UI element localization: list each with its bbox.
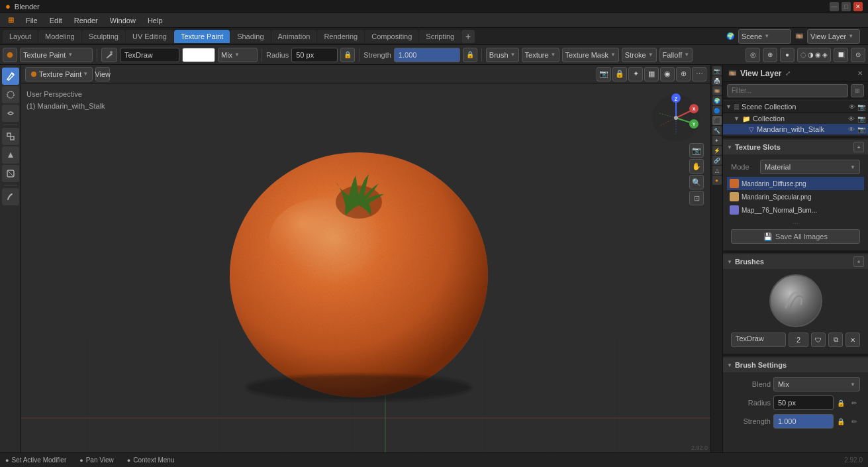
proportional-editing[interactable]: ⊙ [851, 48, 865, 62]
outliner-search-input[interactable] [727, 84, 848, 97]
tab-animation[interactable]: Animation [271, 30, 317, 43]
mandarin-object[interactable] [213, 136, 491, 401]
menu-edit[interactable]: Edit [44, 15, 68, 26]
mandarin-render[interactable]: 📷 [857, 126, 865, 133]
viewport-shading-buttons[interactable]: ◌◑◉◈ [797, 48, 831, 62]
tab-layout[interactable]: Layout [3, 30, 38, 43]
props-constraints-icon[interactable]: 🔗 [712, 156, 722, 165]
view-layer-expand-btn[interactable]: ⤢ [785, 70, 791, 77]
strength-lock-icon[interactable]: 🔒 [463, 48, 477, 62]
paint-mode-dropdown[interactable]: Texture Paint ▼ [20, 48, 93, 62]
zoom-button[interactable]: 🔍 [689, 175, 704, 189]
brush-duplicate-btn[interactable]: ⧉ [828, 333, 843, 347]
tool-soften[interactable] [2, 86, 19, 103]
strength-pen-icon[interactable]: ✏ [848, 415, 860, 427]
menu-blender[interactable]: ⊞ [3, 15, 19, 26]
gizmo-toggle[interactable]: ◎ [746, 48, 760, 62]
texture-slots-header[interactable]: ▼ Texture Slots + [723, 140, 868, 154]
stroke-dropdown[interactable]: Stroke ▼ [622, 48, 657, 62]
radius-lock-icon[interactable]: 🔒 [340, 48, 355, 62]
viewport-canvas[interactable]: User Perspective (1) Mandarin_with_Stalk… [21, 83, 710, 452]
props-particles-icon[interactable]: ✦ [712, 136, 722, 145]
menu-window[interactable]: Window [105, 15, 141, 26]
blend-dropdown[interactable]: Mix ▼ [218, 48, 258, 62]
tab-texture-paint[interactable]: Texture Paint [174, 30, 230, 43]
tab-modeling[interactable]: Modeling [38, 30, 81, 43]
props-data-icon[interactable]: △ [712, 166, 722, 175]
props-object-icon[interactable]: ⬛ [712, 116, 722, 125]
strength-input[interactable] [394, 48, 460, 62]
props-material-icon[interactable]: ● [712, 176, 722, 185]
radius-pen-icon[interactable]: ✏ [848, 397, 860, 409]
props-scene-icon[interactable]: 🌍 [712, 96, 722, 105]
tab-compositing[interactable]: Compositing [365, 30, 418, 43]
scene-collection-render[interactable]: 📷 [857, 103, 865, 111]
strength-value-display[interactable]: 1.000 [773, 414, 834, 429]
mode-dropdown[interactable]: Material ▼ [760, 160, 860, 174]
mandarin-object-item[interactable]: ▶ ▽ Mandarin_with_Stalk 👁 📷 [723, 124, 868, 134]
brush-settings-header[interactable]: ▼ Brush Settings [723, 358, 868, 372]
radius-value-display[interactable]: 50 px [773, 395, 834, 410]
tab-rendering[interactable]: Rendering [317, 30, 364, 43]
radius-lock-icon[interactable]: 🔒 [835, 397, 847, 409]
tool-mask[interactable] [2, 165, 19, 182]
props-view-layer-icon[interactable]: 🎞️ [712, 86, 722, 95]
brushes-add-btn[interactable]: + [853, 256, 864, 267]
texture-dropdown[interactable]: Texture ▼ [522, 48, 559, 62]
scene-collection-visibility[interactable]: 👁 [849, 103, 855, 111]
viewport-onion-icon[interactable]: ⊕ [676, 67, 691, 81]
tool-smear[interactable] [2, 105, 19, 122]
viewport-render-icon[interactable]: ✦ [628, 67, 643, 81]
props-modifier-icon[interactable]: 🔧 [712, 126, 722, 135]
pan-button[interactable]: ✋ [689, 159, 704, 174]
scene-dropdown[interactable]: Scene ▼ [738, 29, 791, 44]
viewport-overlay-icon[interactable]: ◉ [660, 67, 675, 81]
snapping-toggle[interactable]: 🔲 [834, 48, 848, 62]
strength-lock-icon[interactable]: 🔒 [835, 415, 847, 427]
brushes-header[interactable]: ▼ Brushes + [723, 254, 868, 269]
save-all-images-btn[interactable]: 💾 Save All Images [731, 229, 860, 244]
zoom-camera-button[interactable]: 📷 [689, 143, 704, 158]
collection-visibility[interactable]: 👁 [848, 115, 855, 123]
local-view-button[interactable]: ⊡ [689, 191, 704, 205]
nav-gizmo[interactable]: Z Y X [650, 91, 702, 144]
texture-slots-add-btn[interactable]: + [853, 142, 864, 152]
blend-setting-dropdown[interactable]: Mix ▼ [773, 377, 860, 391]
collection-item[interactable]: ▼ 📁 Collection 👁 📷 [723, 113, 868, 124]
color-swatch[interactable] [182, 48, 215, 62]
props-render-icon[interactable]: 📷 [712, 66, 722, 76]
view-layer-close-btn[interactable]: ✕ [857, 70, 863, 77]
tab-sculpting[interactable]: Sculpting [82, 30, 125, 43]
collection-render[interactable]: 📷 [857, 115, 865, 123]
tool-clone[interactable] [2, 128, 19, 145]
brush-save-btn[interactable]: 🛡 [811, 333, 826, 347]
menu-help[interactable]: Help [142, 15, 168, 26]
texture-slot-2[interactable]: Map__76_Normal_Bum... [727, 203, 864, 217]
viewport-nav-buttons[interactable]: 📷 ✋ 🔍 ⊡ [689, 143, 704, 205]
tab-scripting[interactable]: Scripting [419, 30, 461, 43]
minimize-button[interactable]: — [830, 2, 839, 11]
menu-file[interactable]: File [21, 15, 43, 26]
maximize-button[interactable]: □ [842, 2, 851, 11]
radius-input[interactable] [291, 48, 338, 62]
outliner-filter-btn[interactable]: ⊞ [851, 84, 864, 97]
props-physics-icon[interactable]: ⚡ [712, 146, 722, 155]
viewport-view-btn[interactable]: View [95, 67, 110, 81]
texture-slot-1[interactable]: Mandarin_Specular.png [727, 190, 864, 203]
mandarin-visibility[interactable]: 👁 [848, 126, 855, 133]
menu-render[interactable]: Render [69, 15, 103, 26]
viewlayer-dropdown[interactable]: View Layer ▼ [807, 29, 860, 44]
brush-delete-btn[interactable]: ✕ [845, 333, 860, 347]
texture-slot-0[interactable]: Mandarin_Diffuse.png [727, 177, 864, 190]
tab-uv-editing[interactable]: UV Editing [126, 30, 173, 43]
viewport-grid-icon[interactable]: ▦ [644, 67, 659, 81]
falloff-dropdown[interactable]: Falloff ▼ [659, 48, 693, 62]
brush-name-input[interactable] [120, 48, 179, 62]
shading-toggle[interactable]: ● [780, 48, 795, 62]
tab-shading[interactable]: Shading [230, 30, 270, 43]
viewport-paint-mode-dropdown[interactable]: Texture Paint ▼ [25, 67, 93, 81]
tool-annotate[interactable] [2, 188, 19, 205]
add-workspace-button[interactable]: + [461, 30, 475, 43]
props-world-icon[interactable]: 🔵 [712, 106, 722, 115]
viewport-more-icon[interactable]: ⋯ [692, 67, 706, 81]
